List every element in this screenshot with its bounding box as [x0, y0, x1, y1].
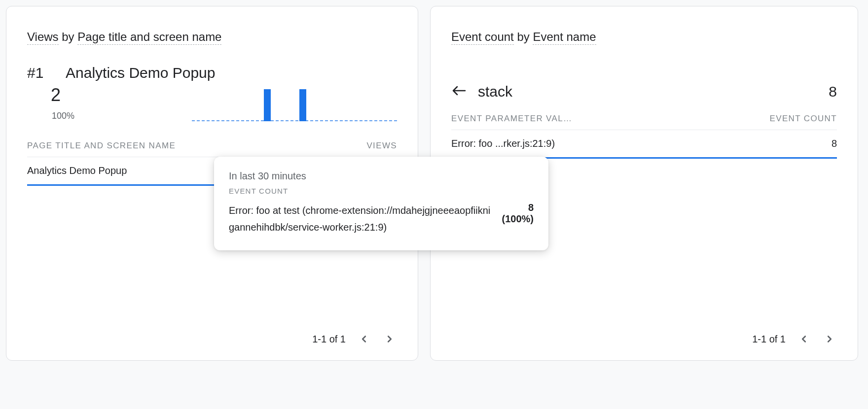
drilldown-header: stack 8 — [451, 83, 837, 100]
row-value: 8 — [832, 138, 837, 149]
col-header-metric: VIEWS — [366, 141, 397, 151]
dimension-selector[interactable]: Page title and screen name — [77, 30, 221, 45]
sparkline-chart — [192, 87, 397, 121]
col-header-dimension: PAGE TITLE AND SCREEN NAME — [27, 141, 176, 151]
chevron-right-icon[interactable] — [382, 332, 397, 346]
sparkline-baseline — [192, 120, 397, 121]
metric-selector[interactable]: Event count — [451, 30, 514, 45]
row-name: Error: foo ...rker.js:21:9) — [451, 138, 555, 149]
title-by: by — [514, 30, 533, 43]
table-header: PAGE TITLE AND SCREEN NAME VIEWS — [27, 141, 397, 157]
rank: #1 — [27, 65, 47, 81]
drilldown-count: 8 — [829, 83, 837, 100]
pager-range: 1-1 of 1 — [312, 334, 346, 345]
tooltip-value: 8 — [502, 202, 534, 213]
pagination: 1-1 of 1 — [27, 332, 397, 346]
arrow-left-icon[interactable] — [451, 85, 467, 99]
top-entry-name: Analytics Demo Popup — [66, 65, 216, 81]
tooltip-timeframe: In last 30 minutes — [229, 170, 534, 182]
tooltip-pct: (100%) — [502, 213, 534, 225]
table-row[interactable]: Analytics Demo Popup — [27, 157, 215, 186]
chevron-left-icon[interactable] — [796, 332, 811, 346]
table-row[interactable]: Error: foo ...rker.js:21:9) 8 — [451, 130, 837, 159]
title-by: by — [59, 30, 78, 43]
col-header-dimension: EVENT PARAMETER VAL… — [451, 114, 572, 124]
tooltip: In last 30 minutes EVENT COUNT Error: fo… — [214, 157, 548, 250]
sparkline-bar — [264, 89, 271, 121]
tooltip-metric-label: EVENT COUNT — [229, 187, 534, 195]
sparkline-bar — [299, 89, 306, 121]
drilldown-name: stack — [478, 83, 512, 100]
chevron-right-icon[interactable] — [822, 332, 837, 346]
top-entry-pct: 100% — [52, 111, 74, 121]
top-entry-value: 2 — [51, 86, 74, 104]
card-title: Event count by Event name — [451, 30, 837, 44]
chevron-left-icon[interactable] — [357, 332, 371, 346]
card-title: Views by Page title and screen name — [27, 30, 397, 44]
pager-range: 1-1 of 1 — [752, 334, 786, 345]
row-name: Analytics Demo Popup — [27, 165, 127, 176]
tooltip-text: Error: foo at test (chrome-extension://m… — [229, 202, 493, 236]
metric-selector[interactable]: Views — [27, 30, 59, 45]
col-header-metric: EVENT COUNT — [770, 114, 837, 124]
top-entry: #1 Analytics Demo Popup 2 100% — [27, 56, 397, 121]
table-header: EVENT PARAMETER VAL… EVENT COUNT — [451, 114, 837, 130]
dimension-selector[interactable]: Event name — [533, 30, 596, 45]
pagination: 1-1 of 1 — [451, 332, 837, 346]
